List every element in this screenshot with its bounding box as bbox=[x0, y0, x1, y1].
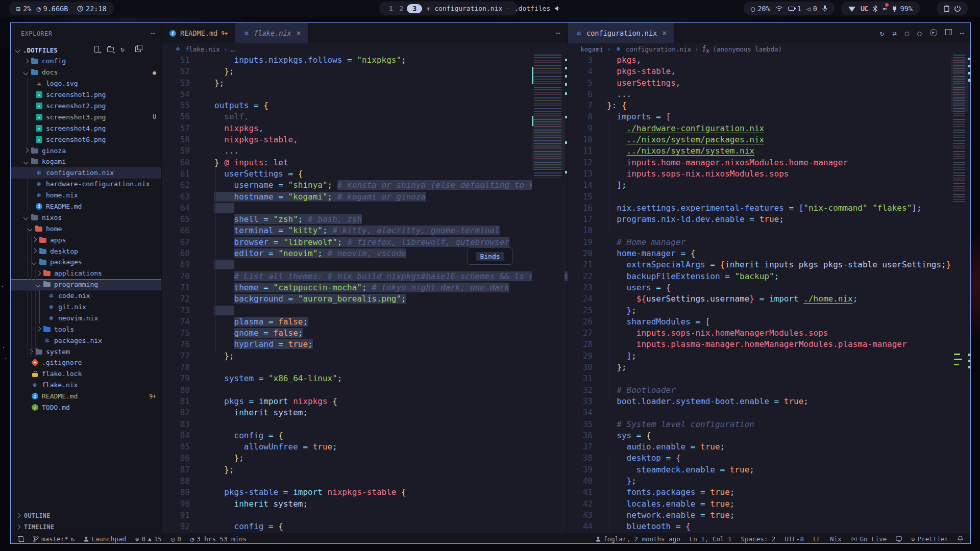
workspace-2[interactable]: 2 bbox=[397, 5, 406, 13]
minimap-slider[interactable] bbox=[532, 117, 565, 170]
editor-configuration-nix[interactable]: 3456789101112131415161718192021222324252… bbox=[568, 55, 971, 533]
cursor-position[interactable]: Ln 1, Col 1 bbox=[690, 535, 732, 543]
tree-item-label: packages bbox=[50, 258, 82, 266]
nav-back-icon[interactable]: ○ bbox=[905, 29, 909, 37]
tree-item-neovim-nix[interactable]: ❄neovim.nix bbox=[11, 312, 161, 323]
outline-section[interactable]: OUTLINE bbox=[11, 510, 161, 521]
minimap-slider[interactable] bbox=[951, 58, 968, 112]
sync-icon[interactable]: ↻ bbox=[71, 535, 75, 543]
tree-item-todo-md[interactable]: TODO.md bbox=[11, 402, 161, 413]
workspace-3[interactable]: 3 bbox=[407, 4, 422, 13]
editor-flake-nix[interactable]: 5152535455565758596061626364656667686970… bbox=[162, 55, 568, 533]
folder-icon bbox=[31, 147, 39, 155]
tab-configuration-nix[interactable]: ❄ configuration.nix × bbox=[568, 23, 674, 43]
refresh-explorer-button[interactable]: ↻ bbox=[120, 45, 128, 53]
split-editor-icon[interactable] bbox=[945, 29, 952, 35]
tree-item-ginoza[interactable]: ginoza bbox=[11, 145, 161, 156]
tree-item--gitignore[interactable]: .gitignore bbox=[11, 357, 161, 368]
minimap[interactable] bbox=[532, 55, 565, 533]
tree-item-screenshot6-png[interactable]: screenshot6.png bbox=[11, 134, 161, 145]
tree-item-docs[interactable]: docs● bbox=[11, 67, 161, 78]
workspace-1[interactable]: 1 bbox=[386, 5, 396, 13]
indentation-setting[interactable]: Spaces: 2 bbox=[741, 535, 776, 543]
explorer-more-actions[interactable]: ⋯ bbox=[151, 29, 155, 37]
editor-group-more-actions[interactable]: ⋯ bbox=[556, 29, 568, 38]
brightness-indicator[interactable]: ○ 20% bbox=[751, 5, 770, 13]
notification-tray-icon[interactable]: ≈ bbox=[883, 5, 887, 13]
tree-item-screenshot3-png[interactable]: screenshot3.pngU bbox=[11, 111, 161, 122]
tree-item-packages-nix[interactable]: ❄packages.nix bbox=[11, 335, 161, 346]
go-live-item[interactable]: Go Live bbox=[851, 535, 887, 543]
more-actions-icon[interactable]: ⋯ bbox=[960, 29, 964, 37]
tree-item-readme-md[interactable]: README.md bbox=[11, 201, 161, 212]
image-file-icon bbox=[35, 136, 43, 143]
clipboard-icon[interactable] bbox=[944, 5, 949, 12]
close-tab-icon[interactable]: × bbox=[297, 29, 301, 38]
close-tab-icon[interactable]: × bbox=[662, 29, 667, 38]
tray-app-icon[interactable]: UC bbox=[861, 5, 868, 13]
power-status[interactable]: 99% bbox=[892, 5, 912, 13]
time-tracker[interactable]: ◔3 hrs 53 mins bbox=[190, 535, 247, 543]
tree-item-code-nix[interactable]: ❄code.nix bbox=[11, 290, 161, 302]
tree-item-nixos[interactable]: nixos bbox=[11, 212, 161, 223]
tree-item-tools[interactable]: tools bbox=[11, 323, 161, 335]
git-blame-item[interactable]: foglar, 2 months ago bbox=[596, 535, 680, 543]
open-changes-icon[interactable]: ⇄ bbox=[892, 29, 896, 37]
run-file-icon[interactable]: ▶ bbox=[930, 29, 937, 36]
new-file-button[interactable]: + bbox=[93, 45, 101, 53]
tree-item-kogami[interactable]: kogami bbox=[11, 156, 161, 167]
tree-item-label: hardware-configuration.nix bbox=[46, 180, 150, 188]
workspaces[interactable]: 123 bbox=[386, 4, 422, 13]
volume-level[interactable]: ◁ 0 bbox=[806, 5, 817, 13]
nav-forward-icon[interactable]: ○ bbox=[917, 29, 921, 37]
collapse-folders-button[interactable] bbox=[134, 45, 142, 53]
tree-item-screenshot2-png[interactable]: screenshot2.png bbox=[11, 101, 161, 112]
tree-item-flake-nix[interactable]: ❄flake.nix bbox=[11, 380, 161, 391]
breadcrumb-right[interactable]: kogami › ❄ configuration.nix › ƒx (anony… bbox=[568, 43, 971, 55]
tree-item-desktop[interactable]: desktop bbox=[11, 245, 161, 257]
timeline-section[interactable]: TIMELINE bbox=[11, 521, 161, 532]
input-device-indicator[interactable]: 1 bbox=[788, 5, 801, 13]
tree-item-git-nix[interactable]: ❄git.nix bbox=[11, 302, 161, 313]
tree-item-hardware-configuration-nix[interactable]: ❄hardware-configuration.nix bbox=[11, 179, 161, 190]
language-mode[interactable]: Nix bbox=[830, 535, 842, 543]
tree-item-applications[interactable]: applications bbox=[11, 268, 161, 279]
tab-flake-nix[interactable]: ❄ flake.nix × bbox=[235, 23, 308, 43]
problems-item[interactable]: ⊗0 ▲15 bbox=[135, 535, 162, 543]
tab-readme[interactable]: README.md 9+ bbox=[162, 23, 235, 43]
tree-item-home[interactable]: home bbox=[11, 223, 161, 234]
eol-setting[interactable]: LF bbox=[813, 535, 821, 543]
bluetooth-icon[interactable] bbox=[873, 5, 877, 12]
live-preview-icon[interactable] bbox=[896, 536, 902, 542]
tree-item-readme-md[interactable]: README.md9+ bbox=[11, 391, 161, 402]
minimap[interactable] bbox=[951, 55, 968, 533]
encoding-setting[interactable]: UTF-8 bbox=[785, 535, 804, 543]
tree-item-system[interactable]: system bbox=[11, 346, 161, 357]
tree-item-home-nix[interactable]: ❄home.nix bbox=[11, 190, 161, 201]
microphone-icon[interactable] bbox=[822, 5, 827, 12]
power-icon[interactable] bbox=[954, 5, 961, 12]
todo-counter[interactable]: ◎0 bbox=[171, 535, 181, 543]
tree-item-logo-svg[interactable]: ✳logo.svg bbox=[11, 78, 161, 89]
launchpad-item[interactable]: Launchpad bbox=[84, 535, 126, 543]
notifications-bell[interactable] bbox=[958, 536, 963, 542]
tree-item-screenshot4-png[interactable]: screenshot4.png bbox=[11, 122, 161, 134]
wifi-icon[interactable] bbox=[775, 6, 783, 11]
tree-item-config[interactable]: config bbox=[11, 56, 161, 67]
chevron-right-icon bbox=[16, 514, 20, 518]
timeline-history-icon[interactable]: ↻ bbox=[880, 29, 884, 37]
new-folder-button[interactable]: + bbox=[107, 45, 114, 53]
breadcrumb-middle[interactable]: ❄ flake.nix › … bbox=[162, 43, 568, 55]
remote-indicator[interactable] bbox=[18, 536, 24, 542]
tree-item-packages[interactable]: packages bbox=[11, 257, 161, 268]
prettier-item[interactable]: ⊘ Prettier bbox=[911, 535, 948, 543]
git-branch-item[interactable]: master* ↻ bbox=[33, 535, 75, 543]
tree-item-flake-lock[interactable]: flake.lock bbox=[11, 368, 161, 380]
tree-item-configuration-nix[interactable]: ❄configuration.nix bbox=[11, 167, 161, 179]
git-branch-icon bbox=[33, 536, 39, 542]
tree-item-screenshot1-png[interactable]: screenshot1.png bbox=[11, 89, 161, 101]
tree-item-label: TODO.md bbox=[42, 404, 70, 411]
tree-item-programming[interactable]: programming bbox=[11, 279, 161, 290]
network-tray-icon[interactable] bbox=[848, 7, 855, 12]
tree-item-apps[interactable]: apps bbox=[11, 234, 161, 245]
